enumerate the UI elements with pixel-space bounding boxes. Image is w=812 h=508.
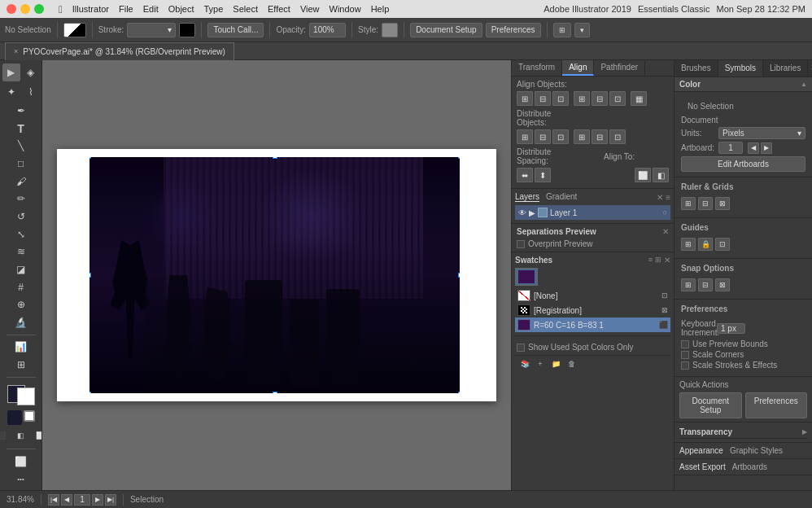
color-panel-close[interactable]: ✕ [808, 60, 812, 77]
type-tool-btn[interactable]: T [12, 120, 30, 137]
swatch-none-row[interactable]: [None] ⊡ [515, 288, 670, 303]
layer-eye-icon[interactable]: 👁 [518, 208, 526, 217]
more-tools-btn[interactable]: ••• [12, 471, 30, 487]
swatch-primary-display[interactable] [515, 268, 538, 286]
swatch-custom-row[interactable]: R=60 C=16 B=83 1 ⬛ [515, 318, 670, 332]
align-to-page-btn[interactable]: ⬜ [635, 168, 651, 182]
scale-strokes-checkbox[interactable] [681, 361, 689, 370]
more-btn[interactable]: ▾ [574, 23, 590, 37]
pen-tool-btn[interactable]: ✒ [12, 103, 30, 119]
rect-tool-btn[interactable]: □ [12, 155, 30, 172]
swatch-folder-icon[interactable]: 📁 [549, 358, 562, 370]
menu-file[interactable]: File [119, 4, 133, 14]
menu-illustrator[interactable]: Illustrator [72, 4, 109, 14]
file-tab[interactable]: × PYOCoverPage.ai* @ 31.84% (RGB/Overpri… [5, 42, 234, 60]
screen-mode-btn[interactable]: ⬜ [12, 453, 30, 470]
last-page-btn[interactable]: ▶| [105, 494, 116, 506]
magic-wand-tool-btn[interactable]: ✦ [2, 83, 20, 101]
tab-gradient[interactable]: Gradient [546, 192, 577, 202]
close-window-btn[interactable] [7, 4, 16, 14]
style-btn[interactable] [382, 23, 398, 37]
artboard-input[interactable]: 1 [718, 142, 743, 154]
background-color-box[interactable] [17, 388, 35, 405]
show-guides-btn[interactable]: ⊞ [681, 238, 696, 251]
tab-close-icon[interactable]: × [14, 47, 18, 55]
arrange-btn[interactable]: ⊞ [553, 23, 571, 37]
dist-right-btn[interactable]: ⊡ [552, 129, 569, 144]
scale-tool-btn[interactable]: ⤡ [12, 226, 30, 243]
color-boxes[interactable] [7, 385, 35, 405]
snap-to-point-btn[interactable]: ⊟ [698, 278, 713, 291]
menu-window[interactable]: Window [330, 4, 361, 14]
tab-pathfinder[interactable]: Pathfinder [594, 60, 645, 76]
smart-guides-btn[interactable]: ⊡ [715, 238, 730, 251]
show-rulers-btn[interactable]: ⊞ [681, 197, 696, 210]
asset-export-tab[interactable]: Asset Export [679, 462, 726, 471]
canvas-area[interactable] [42, 60, 511, 490]
align-right-btn[interactable]: ⊡ [552, 91, 569, 106]
lock-guides-btn[interactable]: 🔒 [698, 238, 713, 251]
tab-transform[interactable]: Transform [512, 60, 562, 76]
stroke-indicator[interactable] [24, 410, 35, 422]
transparency-header[interactable]: Transparency ▶ [679, 426, 807, 439]
direct-selection-tool-btn[interactable]: ◈ [22, 64, 40, 81]
gradient-fill-btn[interactable]: ◧ [12, 427, 30, 444]
properties-panel-header[interactable]: Color ▲ [674, 77, 812, 92]
swatches-list-btn[interactable]: ≡ [648, 256, 653, 265]
align-center-h-btn[interactable]: ⊟ [535, 91, 551, 106]
swatch-add-icon[interactable]: + [534, 358, 547, 370]
edit-artboards-btn[interactable]: Edit Artboards [681, 156, 805, 172]
rotate-tool-btn[interactable]: ↺ [12, 208, 30, 225]
shape-builder-btn[interactable]: ⊕ [12, 296, 30, 313]
layer-lock-icon[interactable]: ○ [663, 208, 667, 217]
dist-center-v-btn[interactable]: ⊟ [592, 129, 608, 144]
swatches-grid-btn[interactable]: ⊞ [655, 256, 661, 265]
align-top-btn[interactable]: ⊞ [574, 91, 590, 106]
prev-page-btn[interactable]: ◀ [61, 494, 72, 506]
align-left-btn[interactable]: ⊞ [517, 91, 533, 106]
mesh-tool-btn[interactable]: # [12, 279, 30, 296]
preview-bounds-checkbox[interactable] [681, 340, 689, 348]
swatches-close-btn[interactable]: ✕ [664, 256, 670, 265]
tab-align[interactable]: Align [562, 60, 594, 76]
align-extra-btn[interactable]: ▦ [631, 91, 647, 106]
artboards-tab[interactable]: Artboards [732, 462, 767, 471]
swatch-delete-icon[interactable]: 🗑 [565, 358, 578, 370]
doc-setup-btn[interactable]: Document Setup [410, 23, 482, 37]
menu-edit[interactable]: Edit [143, 4, 159, 14]
layers-panel-menu[interactable]: ≡ [666, 193, 670, 202]
dist-h-space-btn[interactable]: ⬌ [517, 168, 533, 182]
fill-stroke-btn[interactable] [63, 23, 86, 37]
properties-expand-icon[interactable]: ▲ [801, 81, 807, 88]
dist-left-btn[interactable]: ⊞ [517, 129, 533, 144]
overprint-checkbox[interactable] [517, 240, 525, 248]
touch-callout-btn[interactable]: Touch Call... [207, 23, 264, 37]
placed-image[interactable] [89, 157, 460, 393]
next-page-btn[interactable]: ▶ [92, 494, 103, 506]
scale-corners-checkbox[interactable] [681, 351, 689, 359]
stroke-color-btn[interactable] [179, 23, 195, 37]
layer-1-row[interactable]: 👁 ▶ Layer 1 ○ [515, 205, 670, 220]
dist-v-space-btn[interactable]: ⬍ [535, 168, 551, 182]
tab-symbols[interactable]: Symbols [718, 60, 763, 77]
tab-libraries[interactable]: Libraries [763, 60, 808, 77]
menu-object[interactable]: Object [168, 4, 194, 14]
layers-panel-close[interactable]: ✕ [657, 193, 663, 202]
swatch-lib-icon[interactable]: 📚 [518, 358, 531, 370]
line-tool-btn[interactable]: ╲ [12, 138, 30, 154]
snap-to-grid-btn[interactable]: ⊞ [681, 278, 696, 291]
warp-tool-btn[interactable]: ≋ [12, 243, 30, 260]
show-pixel-grid-btn[interactable]: ⊠ [715, 197, 730, 210]
tab-brushes[interactable]: Brushes [674, 60, 718, 77]
menu-select[interactable]: Select [233, 4, 258, 14]
page-input[interactable]: 1 [74, 494, 90, 506]
separations-close-btn[interactable]: ✕ [662, 227, 669, 236]
selection-tool-btn[interactable]: ▶ [2, 64, 20, 81]
fill-indicator[interactable] [7, 410, 22, 425]
swatch-registration-row[interactable]: [Registration] ⊠ [515, 303, 670, 318]
align-bottom-btn[interactable]: ⊡ [609, 91, 626, 106]
graphic-styles-tab[interactable]: Graphic Styles [730, 446, 783, 455]
dist-top-btn[interactable]: ⊞ [574, 129, 590, 144]
spot-colors-checkbox[interactable] [517, 344, 525, 352]
paintbrush-tool-btn[interactable]: 🖌 [12, 173, 30, 190]
